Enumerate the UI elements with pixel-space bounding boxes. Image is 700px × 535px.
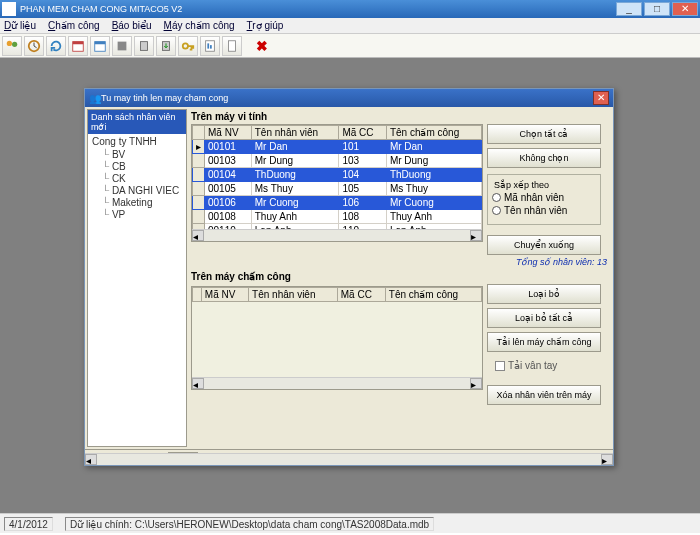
move-down-button[interactable]: Chuyển xuống: [487, 235, 601, 255]
tree-company[interactable]: Cong ty TNHH: [92, 136, 182, 147]
toolbar-download2-icon[interactable]: [156, 36, 176, 56]
fingerprint-check[interactable]: Tải vân tay: [495, 360, 601, 371]
delete-on-device-button[interactable]: Xóa nhân viên trên máy: [487, 385, 601, 405]
computer-panel-label: Trên máy vi tính: [191, 111, 611, 122]
svg-rect-6: [95, 41, 106, 44]
menu-chamcong[interactable]: Chấm công: [48, 20, 100, 31]
svg-rect-14: [229, 40, 236, 51]
department-tree-panel: Danh sách nhân viên mới Cong ty TNHH BV …: [87, 109, 187, 447]
col-ten-cc[interactable]: Tên chấm công: [385, 288, 481, 302]
toolbar-calendar-icon[interactable]: [68, 36, 88, 56]
device-grid[interactable]: Mã NV Tên nhân viên Mã CC Tên chấm công …: [191, 286, 483, 390]
col-ma-cc[interactable]: Mã CC: [337, 288, 385, 302]
dialog-titlebar: 👥 Tu may tinh len may cham cong ✕: [85, 89, 613, 107]
grid-header-row: Mã NV Tên nhân viên Mã CC Tên chấm công: [193, 126, 482, 140]
department-tree[interactable]: Cong ty TNHH BV CB CK DA NGHI VIEC Maket…: [88, 134, 186, 446]
status-path: Dữ liệu chính: C:\Users\HERONEW\Desktop\…: [65, 517, 434, 531]
window-title: PHAN MEM CHAM CONG MITACO5 V2: [20, 4, 614, 14]
menu-device[interactable]: Máy chấm công: [164, 20, 235, 31]
tree-header: Danh sách nhân viên mới: [88, 110, 186, 134]
svg-rect-8: [141, 41, 148, 50]
menu-baobieu[interactable]: Báo biểu: [112, 20, 152, 31]
svg-point-0: [7, 40, 12, 45]
minimize-button[interactable]: _: [616, 2, 642, 16]
select-all-button[interactable]: Chọn tất cả: [487, 124, 601, 144]
toolbar-clock-icon[interactable]: [24, 36, 44, 56]
status-date: 4/1/2012: [4, 517, 53, 531]
table-row[interactable]: ▸00101Mr Dan101Mr Dan: [193, 140, 482, 154]
svg-rect-4: [73, 41, 84, 44]
upload-button[interactable]: Tải lên máy chấm công: [487, 332, 601, 352]
tree-scrollbar[interactable]: ◂▸: [85, 453, 613, 465]
menu-data[interactable]: Dữ liệu: [4, 20, 36, 31]
table-row[interactable]: 00105Ms Thuy105Ms Thuy: [193, 182, 482, 196]
svg-point-10: [183, 43, 188, 48]
toolbar-users-icon[interactable]: [2, 36, 22, 56]
remove-button[interactable]: Loại bỏ: [487, 284, 601, 304]
people-icon: 👥: [89, 93, 101, 104]
dialog-close-button[interactable]: ✕: [593, 91, 609, 105]
col-ten-nv[interactable]: Tên nhân viên: [249, 288, 338, 302]
toolbar-download-icon[interactable]: [134, 36, 154, 56]
statusbar: 4/1/2012 Dữ liệu chính: C:\Users\HERONEW…: [0, 513, 700, 533]
employee-grid[interactable]: Mã NV Tên nhân viên Mã CC Tên chấm công …: [191, 124, 483, 242]
col-ma-cc[interactable]: Mã CC: [339, 126, 386, 140]
col-ma-nv[interactable]: Mã NV: [205, 126, 252, 140]
grid-h-scrollbar[interactable]: ◂▸: [192, 229, 482, 241]
sort-by-code-radio[interactable]: Mã nhân viên: [492, 192, 596, 203]
remove-all-button[interactable]: Loại bỏ tất cả: [487, 308, 601, 328]
tree-dept[interactable]: BV: [102, 149, 182, 161]
mdi-workspace: 👥 Tu may tinh len may cham cong ✕ Danh s…: [0, 58, 700, 513]
close-button[interactable]: ✕: [672, 2, 698, 16]
menu-help[interactable]: Trợ giúp: [247, 20, 284, 31]
toolbar-key-icon[interactable]: [178, 36, 198, 56]
tree-dept[interactable]: CB: [102, 161, 182, 173]
grid-header-row: Mã NV Tên nhân viên Mã CC Tên chấm công: [193, 288, 482, 302]
col-ten-nv[interactable]: Tên nhân viên: [251, 126, 339, 140]
tree-dept[interactable]: Maketing: [102, 197, 182, 209]
toolbar-exit-icon[interactable]: ✖: [252, 36, 272, 56]
unselect-button[interactable]: Không chọn: [487, 148, 601, 168]
dialog-title: Tu may tinh len may cham cong: [101, 93, 593, 103]
tree-dept[interactable]: VP: [102, 209, 182, 221]
sort-fieldset: Sắp xếp theo Mã nhân viên Tên nhân viên: [487, 174, 601, 225]
toolbar-device-icon[interactable]: [112, 36, 132, 56]
sort-legend: Sắp xếp theo: [492, 180, 551, 190]
table-row[interactable]: 00106Mr Cuong106Mr Cuong: [193, 196, 482, 210]
grid2-h-scrollbar[interactable]: ◂▸: [192, 377, 482, 389]
svg-rect-13: [210, 45, 212, 49]
table-row[interactable]: 00108Thuy Anh108Thuy Anh: [193, 210, 482, 224]
svg-rect-7: [118, 41, 127, 50]
table-row[interactable]: 00104ThDuong104ThDuong: [193, 168, 482, 182]
table-row[interactable]: 00103Mr Dung103Mr Dung: [193, 154, 482, 168]
toolbar: ✖: [0, 34, 700, 58]
app-icon: [2, 2, 16, 16]
toolbar-report-icon[interactable]: [200, 36, 220, 56]
toolbar-shift-icon[interactable]: [90, 36, 110, 56]
toolbar-doc-icon[interactable]: [222, 36, 242, 56]
menubar: Dữ liệu Chấm công Báo biểu Máy chấm công…: [0, 18, 700, 34]
window-titlebar: PHAN MEM CHAM CONG MITACO5 V2 _ □ ✕: [0, 0, 700, 18]
col-ma-nv[interactable]: Mã NV: [201, 288, 248, 302]
tree-dept[interactable]: DA NGHI VIEC: [102, 185, 182, 197]
sort-by-name-radio[interactable]: Tên nhân viên: [492, 205, 596, 216]
upload-dialog: 👥 Tu may tinh len may cham cong ✕ Danh s…: [84, 88, 614, 466]
svg-rect-12: [207, 43, 209, 48]
col-ten-cc[interactable]: Tên chấm công: [386, 126, 481, 140]
maximize-button[interactable]: □: [644, 2, 670, 16]
device-panel-label: Trên máy chấm công: [191, 271, 611, 282]
toolbar-refresh-icon[interactable]: [46, 36, 66, 56]
svg-point-1: [12, 41, 17, 46]
employee-total: Tổng số nhân viên: 13: [191, 255, 611, 269]
tree-dept[interactable]: CK: [102, 173, 182, 185]
